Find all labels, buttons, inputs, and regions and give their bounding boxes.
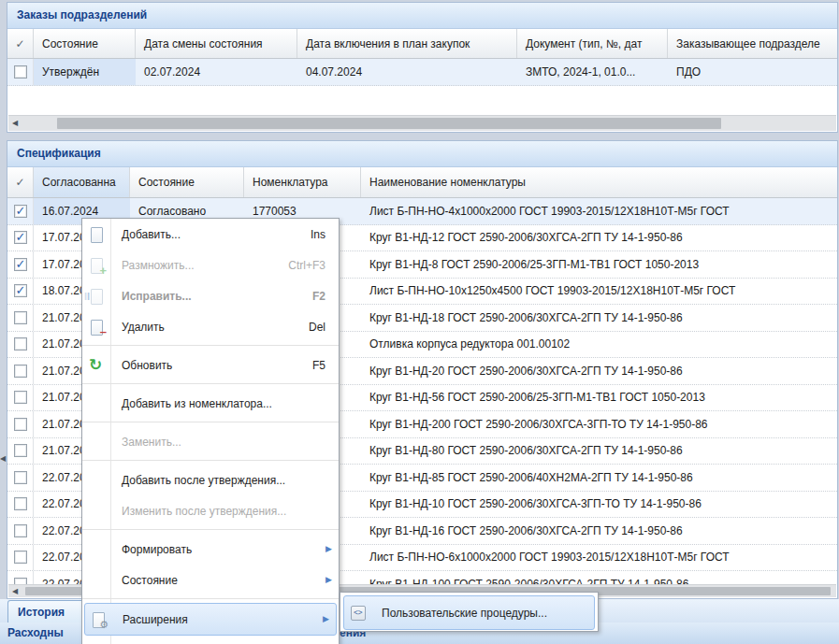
checkbox-cell [7,492,34,518]
splitter-collapse-icon[interactable]: ◀ [0,454,6,463]
row-checkbox[interactable] [14,418,27,431]
menu-item-изменить-после-утверждения-: Изменить после утверждения... [82,495,339,526]
menu-item-label: Обновить [110,359,312,372]
menu-item-label: Расширения [111,613,336,626]
page-gear-icon [90,611,107,628]
row-checkbox[interactable] [14,471,27,484]
row-checkbox[interactable] [14,284,27,297]
menu-separator [82,595,339,603]
checkbox-cell [7,251,34,278]
menu-item-label: Удалить [110,321,309,334]
page-minus-icon [88,319,105,336]
nomenclature-name-cell: Лист Б-ПН-НО-10х1250х4500 ГОСТ 19903-201… [361,279,837,305]
column-header[interactable]: Заказывающее подразделе [668,29,837,58]
menu-item-заменить-: Заменить... [82,426,339,457]
orders-scrollbar-thumb[interactable] [57,118,721,129]
row-checkbox[interactable] [14,444,27,457]
checkbox-cell [7,385,34,411]
row-checkbox[interactable] [14,311,27,324]
nomenclature-name-cell: Отливка корпуса редуктора 001.00102 [361,332,837,358]
tab-history[interactable]: История [7,600,92,623]
nomenclature-name-cell: Круг В1-НД-85 ГОСТ 2590-2006/40ХН2МА-2ГП… [361,465,837,491]
code-icon [344,606,374,621]
page-icon [82,226,110,243]
column-header[interactable]: Дата смены состояния [136,29,297,58]
menu-item-состояние[interactable]: Состояние▶ [82,565,339,595]
row-checkbox[interactable] [14,497,27,510]
menu-item-формировать[interactable]: Формировать▶ [82,534,339,565]
menu-item-shortcut: Ins [311,228,339,241]
page-edit-icon [88,288,105,305]
submenu-arrow-icon: ▶ [323,615,329,623]
spec-panel-header: Спецификация [7,141,837,167]
menu-item-shortcut: Del [309,321,339,334]
menu-item-label: Формировать [110,543,339,556]
checkbox-cell [7,518,34,544]
menu-item-label: Исправить... [110,290,312,303]
checkbox-cell [7,545,34,571]
menu-item-расширения[interactable]: Расширения▶ [84,603,337,636]
checkbox-cell [7,59,34,85]
checkbox-cell [7,465,34,491]
menu-item-label: Добавить из номенклатора... [110,397,339,410]
menu-item-удалить[interactable]: УдалитьDel [82,311,339,342]
checkbox-cell [7,225,34,251]
menu-item-shortcut: F2 [312,290,339,303]
menu-item-добавить-[interactable]: Добавить...Ins [82,219,339,250]
row-checkbox[interactable] [14,205,27,218]
document-cell: ЗМТО, 2024-1, 01.0... [517,59,668,85]
checkbox-cell [7,305,34,331]
page-plus-icon [88,257,105,274]
select-all-column-header[interactable]: ✓ [7,29,34,58]
menu-item-обновить[interactable]: ОбновитьF5 [82,350,339,380]
orders-table-row[interactable]: Утверждён02.07.202404.07.2024ЗМТО, 2024-… [7,59,837,86]
column-header[interactable]: Номенклатура [244,167,361,197]
row-checkbox[interactable] [14,524,27,537]
select-all-column-header[interactable]: ✓ [7,167,34,197]
column-header[interactable]: Состояние [130,167,244,197]
menu-item-добавить-из-номенклатора-[interactable]: Добавить из номенклатора... [82,388,339,419]
nomenclature-name-cell: Лист Б-ПН-НО-6х1000х2000 ГОСТ 19903-2015… [361,545,837,571]
bottom-panel-title-left: Расходны [7,626,64,639]
menu-separator [82,526,339,534]
checkbox-cell [7,279,34,305]
column-header[interactable]: Согласованна [34,167,130,197]
row-checkbox[interactable] [14,65,27,79]
menu-item-label: Изменить после утверждения... [110,505,339,518]
menu-item-пользовательские-процедуры-[interactable]: Пользовательские процедуры... [343,595,595,630]
scroll-left-icon[interactable]: ◀ [12,588,18,595]
row-checkbox[interactable] [14,258,27,271]
column-header[interactable]: Дата включения в план закупок [297,29,517,58]
menu-item-label: Добавить после утверждения... [110,474,339,487]
page-edit-icon [82,288,110,305]
menu-separator [82,342,339,350]
row-checkbox[interactable] [14,551,27,564]
checkbox-cell [7,411,34,437]
row-checkbox[interactable] [14,391,27,404]
state-date-cell: 02.07.2024 [136,59,297,85]
menu-item-обмен[interactable]: Обмен▶ [82,636,339,644]
page-gear-icon [85,611,111,628]
tab-history-label: История [18,606,65,619]
column-header[interactable]: Состояние [34,29,136,58]
spec-panel-title: Спецификация [17,147,101,160]
column-header[interactable]: Наименование номенклатуры [361,167,837,197]
menu-item-размножить-: Размножить...Ctrl+F3 [82,250,339,280]
menu-item-добавить-после-утверждения-[interactable]: Добавить после утверждения... [82,465,339,495]
refresh-icon [88,357,105,374]
orders-panel-title: Заказы подразделений [17,8,147,21]
checkbox-cell [7,332,34,358]
row-checkbox[interactable] [14,231,27,244]
nomenclature-name-cell: Круг В1-НД-18 ГОСТ 2590-2006/30ХГСА-2ГП … [361,305,837,331]
refresh-icon [82,357,110,374]
orders-grid-body: Утверждён02.07.202404.07.2024ЗМТО, 2024-… [7,59,837,86]
menu-separator [82,419,339,426]
orders-horizontal-scrollbar[interactable]: ◀ [8,115,836,131]
orders-grid-header: ✓СостояниеДата смены состоянияДата включ… [7,29,837,59]
checkbox-cell [7,358,34,384]
row-checkbox[interactable] [14,337,27,351]
app-window: { "panels": { "orders": { "title": "Зака… [0,0,839,644]
scroll-left-icon[interactable]: ◀ [12,120,18,127]
row-checkbox[interactable] [14,365,27,378]
column-header[interactable]: Документ (тип, №, дат [517,29,668,58]
